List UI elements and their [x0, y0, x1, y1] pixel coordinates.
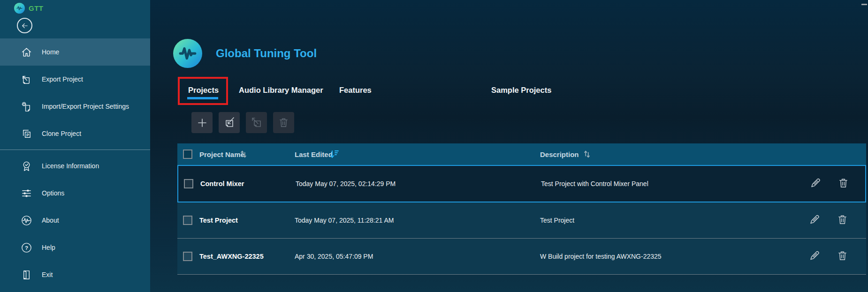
last-edited-cell: Apr 30, 2025, 05:47:09 PM: [295, 253, 373, 260]
column-header-last-edited[interactable]: Last Edited: [295, 150, 333, 158]
sidebar-item-export-project[interactable]: Export Project: [0, 66, 150, 93]
edit-project-button[interactable]: [219, 112, 240, 133]
edit-row-button[interactable]: [808, 250, 821, 263]
trash-icon: [838, 177, 849, 189]
sidebar-item-label: Clone Project: [42, 130, 81, 137]
sidebar-item-label: Home: [42, 48, 59, 56]
plus-icon: [196, 117, 208, 129]
tab-sample-projects[interactable]: Sample Projects: [491, 86, 551, 95]
edit-row-button[interactable]: [808, 214, 821, 227]
sidebar-item-exit[interactable]: Exit: [0, 261, 150, 288]
collapse-sidebar-button[interactable]: [17, 18, 32, 33]
tab-audio-library-manager[interactable]: Audio Library Manager: [239, 86, 323, 95]
svg-text:?: ?: [25, 245, 28, 250]
project-name-cell: Control Mixer: [200, 180, 244, 187]
table-row[interactable]: Test Project Today May 07, 2025, 11:28:2…: [177, 202, 866, 239]
sidebar-item-label: License Information: [42, 162, 99, 170]
page-title: Global Tuning Tool: [216, 47, 317, 60]
pencil-icon: [808, 214, 821, 226]
sidebar-item-about[interactable]: About: [0, 207, 150, 234]
minimize-button[interactable]: [861, 4, 867, 5]
sidebar-divider: [0, 150, 150, 150]
select-all-checkbox[interactable]: [183, 150, 192, 159]
last-edited-cell: Today May 07, 2025, 02:14:29 PM: [296, 180, 396, 187]
sidebar-item-label: About: [42, 217, 59, 224]
sidebar-item-label: Exit: [42, 271, 53, 278]
sidebar-item-help[interactable]: ? Help: [0, 234, 150, 261]
column-header-description[interactable]: Description: [540, 150, 579, 158]
trash-icon: [837, 214, 848, 225]
project-name-cell: Test_AWXNG-22325: [199, 253, 264, 260]
sidebar-item-import-export-settings[interactable]: Import/Export Project Settings: [0, 93, 150, 120]
sidebar-item-home[interactable]: Home: [0, 38, 150, 66]
project-name-cell: Test Project: [199, 217, 238, 224]
delete-row-button[interactable]: [837, 214, 848, 227]
options-icon: [21, 187, 32, 199]
import-export-settings-icon: [21, 101, 32, 112]
description-cell: Test Project with Control Mixer Panel: [541, 180, 648, 187]
app-brand: GTT: [14, 3, 44, 14]
sidebar-item-clone-project[interactable]: P Clone Project: [0, 120, 150, 147]
sidebar-item-label: Options: [42, 189, 64, 197]
table-row[interactable]: Test_AWXNG-22325 Apr 30, 2025, 05:47:09 …: [177, 239, 866, 275]
sidebar-item-options[interactable]: Options: [0, 180, 150, 207]
delete-row-button[interactable]: [837, 250, 848, 263]
edit-sheet-icon: [223, 116, 236, 129]
pencil-icon: [808, 250, 821, 262]
sort-project-name-icon[interactable]: [238, 149, 249, 159]
export-sheet-icon: [250, 116, 263, 129]
back-arrow-icon: [21, 22, 29, 30]
app-logo-icon: [173, 39, 202, 68]
pencil-icon: [809, 177, 822, 189]
sort-description-icon[interactable]: [582, 149, 592, 159]
trash-icon: [278, 117, 289, 128]
sort-last-edited-descending-icon[interactable]: [328, 149, 340, 160]
clone-project-icon: P: [21, 128, 32, 140]
export-project-icon: [21, 74, 32, 85]
row-checkbox[interactable]: [183, 252, 192, 261]
about-icon: [21, 215, 32, 226]
sidebar-item-label: Help: [42, 244, 55, 251]
license-icon: [21, 160, 32, 172]
help-icon: ?: [21, 242, 32, 254]
tab-features[interactable]: Features: [339, 86, 372, 95]
delete-project-button: [273, 112, 294, 133]
table-row[interactable]: Control Mixer Today May 07, 2025, 02:14:…: [177, 165, 866, 202]
description-cell: W Build project for testing AWXNG-22325: [540, 253, 662, 260]
home-icon: [21, 46, 32, 58]
add-project-button[interactable]: [191, 112, 213, 133]
edit-row-button[interactable]: [809, 177, 822, 191]
export-project-button: [246, 112, 267, 133]
annotation-highlight-box: [178, 77, 228, 105]
sidebar-item-label: Import/Export Project Settings: [42, 103, 129, 110]
app-window: GTT Home Export Project Import/Export Pr…: [0, 0, 868, 292]
gtt-logo-icon: [14, 3, 25, 14]
sidebar-item-label: Export Project: [42, 75, 83, 83]
exit-icon: [21, 269, 32, 281]
app-short-name: GTT: [29, 4, 44, 12]
delete-row-button[interactable]: [838, 177, 849, 190]
table-header: Project Name Last Edited Description: [177, 143, 866, 165]
trash-icon: [837, 250, 848, 262]
last-edited-cell: Today May 07, 2025, 11:28:21 AM: [295, 217, 394, 224]
sidebar-item-license-information[interactable]: License Information: [0, 152, 150, 180]
svg-text:P: P: [26, 133, 29, 137]
sidebar: GTT Home Export Project Import/Export Pr…: [0, 0, 150, 292]
row-checkbox[interactable]: [184, 179, 193, 188]
row-checkbox[interactable]: [183, 216, 192, 225]
sidebar-nav: Home Export Project Import/Export Projec…: [0, 38, 150, 288]
column-header-project-name[interactable]: Project Name: [199, 150, 244, 158]
description-cell: Test Project: [540, 217, 574, 224]
